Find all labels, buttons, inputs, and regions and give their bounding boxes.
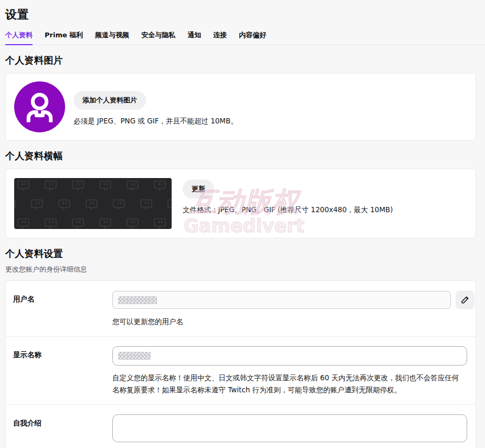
username-row: 用户名 您可以更新您的用户名 bbox=[6, 281, 476, 336]
profile-picture-heading: 个人资料图片 bbox=[5, 54, 476, 67]
default-avatar-icon bbox=[14, 81, 65, 132]
tab-profile[interactable]: 个人资料 bbox=[5, 30, 33, 45]
display-name-label: 显示名称 bbox=[13, 346, 112, 395]
tab-content-preferences[interactable]: 内容偏好 bbox=[239, 30, 266, 45]
profile-banner-card: 更新 文件格式：JPEG、PNG、GIF (推荐尺寸 1200x480，最大 1… bbox=[5, 169, 476, 238]
bio-input[interactable] bbox=[112, 414, 467, 442]
redacted-display-name-value bbox=[118, 352, 151, 360]
username-hint: 您可以更新您的用户名 bbox=[112, 316, 475, 327]
edit-username-button[interactable] bbox=[456, 290, 475, 309]
tab-channel-videos[interactable]: 频道与视频 bbox=[95, 30, 129, 45]
add-profile-picture-button[interactable]: 添加个人资料图片 bbox=[73, 91, 146, 110]
page-title: 设置 bbox=[5, 0, 476, 23]
profile-picture-hint: 必须是 JPEG、PNG 或 GIF，并且不能超过 10MB。 bbox=[73, 117, 238, 126]
username-label: 用户名 bbox=[13, 290, 112, 327]
bio-label: 自我介绍 bbox=[13, 414, 112, 448]
update-banner-button[interactable]: 更新 bbox=[183, 180, 214, 199]
profile-picture-card: 添加个人资料图片 必须是 JPEG、PNG 或 GIF，并且不能超过 10MB。 bbox=[5, 73, 476, 141]
settings-tabs: 个人资料 Prime 福利 频道与视频 安全与隐私 通知 连接 内容偏好 bbox=[0, 30, 485, 45]
profile-settings-subheading: 更改您账户的身份详细信息 bbox=[5, 265, 476, 274]
display-name-input[interactable] bbox=[112, 346, 467, 366]
pencil-icon bbox=[460, 295, 470, 305]
display-name-hint: 自定义您的显示名称！使用中文、日文或韩文字符设置显示名称后 60 天内无法再次更… bbox=[112, 372, 463, 395]
display-name-row: 显示名称 自定义您的显示名称！使用中文、日文或韩文字符设置显示名称后 60 天内… bbox=[6, 336, 476, 404]
username-input[interactable] bbox=[112, 291, 451, 309]
bio-row: 自我介绍 您频道页面上“关于”面板的说明，不得超过 300 个字符 bbox=[6, 404, 476, 448]
tab-security-privacy[interactable]: 安全与隐私 bbox=[141, 30, 175, 45]
banner-preview-image bbox=[14, 178, 172, 229]
tab-notifications[interactable]: 通知 bbox=[187, 30, 201, 45]
settings-page: 设置 个人资料 Prime 福利 频道与视频 安全与隐私 通知 连接 内容偏好 … bbox=[0, 0, 485, 448]
profile-banner-heading: 个人资料横幅 bbox=[5, 150, 476, 162]
redacted-username-value bbox=[118, 296, 157, 304]
profile-banner-hint: 文件格式：JPEG、PNG、GIF (推荐尺寸 1200x480，最大 10MB… bbox=[183, 205, 393, 215]
tab-prime-benefits[interactable]: Prime 福利 bbox=[45, 30, 83, 45]
profile-settings-card: 用户名 您可以更新您的用户名 显示名称 bbox=[5, 280, 476, 448]
tab-connections[interactable]: 连接 bbox=[213, 30, 227, 45]
profile-settings-heading: 个人资料设置 bbox=[5, 247, 476, 260]
